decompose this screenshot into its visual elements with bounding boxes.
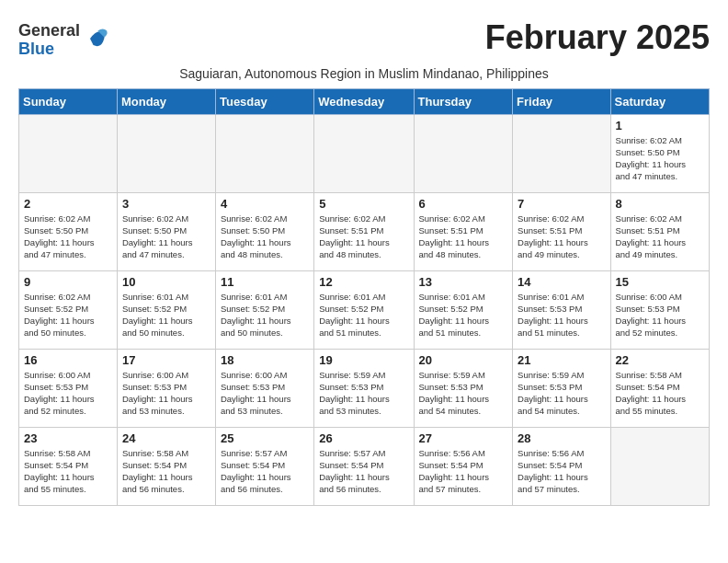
day-number: 19 [319,353,408,367]
calendar-week-row: 9Sunrise: 6:02 AM Sunset: 5:52 PM Daylig… [19,270,710,349]
calendar-day-cell: 19Sunrise: 5:59 AM Sunset: 5:53 PM Dayli… [314,349,414,427]
calendar-header-friday: Friday [513,88,610,114]
calendar-day-cell [414,114,513,192]
calendar-day-cell: 28Sunrise: 5:56 AM Sunset: 5:54 PM Dayli… [513,427,610,505]
calendar-day-cell: 14Sunrise: 6:01 AM Sunset: 5:53 PM Dayli… [513,270,610,349]
calendar-day-cell [513,114,610,192]
calendar-day-cell: 5Sunrise: 6:02 AM Sunset: 5:51 PM Daylig… [314,192,414,270]
calendar-header-monday: Monday [117,88,215,114]
day-number: 13 [419,275,508,289]
calendar-header-sunday: Sunday [19,88,118,114]
subtitle: Saguiaran, Autonomous Region in Muslim M… [18,66,710,81]
calendar-day-cell: 22Sunrise: 5:58 AM Sunset: 5:54 PM Dayli… [610,349,709,427]
day-number: 14 [518,275,605,289]
calendar-day-cell: 8Sunrise: 6:02 AM Sunset: 5:51 PM Daylig… [610,192,709,270]
logo-general: General [18,22,80,40]
calendar-week-row: 23Sunrise: 5:58 AM Sunset: 5:54 PM Dayli… [19,427,710,505]
calendar-day-cell: 13Sunrise: 6:01 AM Sunset: 5:52 PM Dayli… [414,270,513,349]
day-number: 3 [122,197,210,211]
calendar-day-cell: 25Sunrise: 5:57 AM Sunset: 5:54 PM Dayli… [215,427,313,505]
day-number: 12 [319,275,408,289]
calendar-day-cell: 11Sunrise: 6:01 AM Sunset: 5:52 PM Dayli… [215,270,313,349]
day-info: Sunrise: 5:56 AM Sunset: 5:54 PM Dayligh… [419,447,508,496]
calendar-day-cell: 23Sunrise: 5:58 AM Sunset: 5:54 PM Dayli… [19,427,118,505]
page-header: General Blue February 2025 [18,18,710,59]
logo: General Blue [18,22,109,59]
day-number: 20 [419,353,508,367]
day-info: Sunrise: 6:02 AM Sunset: 5:50 PM Dayligh… [122,213,210,261]
day-number: 1 [616,119,704,132]
calendar-week-row: 1Sunrise: 6:02 AM Sunset: 5:50 PM Daylig… [19,114,710,192]
day-number: 21 [518,353,605,367]
day-info: Sunrise: 6:00 AM Sunset: 5:53 PM Dayligh… [122,369,210,418]
day-number: 15 [616,275,704,289]
calendar-week-row: 2Sunrise: 6:02 AM Sunset: 5:50 PM Daylig… [19,192,710,270]
calendar-day-cell [314,114,414,192]
calendar-day-cell: 2Sunrise: 6:02 AM Sunset: 5:50 PM Daylig… [19,192,118,270]
calendar-header-saturday: Saturday [610,88,709,114]
day-info: Sunrise: 6:01 AM Sunset: 5:52 PM Dayligh… [122,291,210,339]
calendar-day-cell: 21Sunrise: 5:59 AM Sunset: 5:53 PM Dayli… [513,349,610,427]
calendar-day-cell: 10Sunrise: 6:01 AM Sunset: 5:52 PM Dayli… [117,270,215,349]
calendar-day-cell: 18Sunrise: 6:00 AM Sunset: 5:53 PM Dayli… [215,349,313,427]
day-number: 6 [419,197,508,211]
day-info: Sunrise: 6:01 AM Sunset: 5:53 PM Dayligh… [518,291,605,339]
calendar: SundayMondayTuesdayWednesdayThursdayFrid… [18,88,710,506]
day-info: Sunrise: 6:02 AM Sunset: 5:50 PM Dayligh… [24,213,112,261]
day-info: Sunrise: 5:58 AM Sunset: 5:54 PM Dayligh… [616,369,704,418]
calendar-day-cell: 1Sunrise: 6:02 AM Sunset: 5:50 PM Daylig… [610,114,709,192]
day-number: 25 [221,431,309,445]
calendar-header-tuesday: Tuesday [215,88,313,114]
day-info: Sunrise: 6:01 AM Sunset: 5:52 PM Dayligh… [221,291,309,339]
logo-blue: Blue [18,40,80,59]
day-number: 7 [518,197,605,211]
day-info: Sunrise: 6:02 AM Sunset: 5:51 PM Dayligh… [518,213,605,261]
day-number: 10 [122,275,210,289]
day-info: Sunrise: 6:02 AM Sunset: 5:51 PM Dayligh… [616,213,704,261]
day-info: Sunrise: 6:01 AM Sunset: 5:52 PM Dayligh… [419,291,508,339]
day-number: 11 [221,275,309,289]
day-info: Sunrise: 5:56 AM Sunset: 5:54 PM Dayligh… [518,447,605,496]
day-info: Sunrise: 5:59 AM Sunset: 5:53 PM Dayligh… [319,369,408,418]
day-info: Sunrise: 5:59 AM Sunset: 5:53 PM Dayligh… [419,369,508,418]
calendar-day-cell: 24Sunrise: 5:58 AM Sunset: 5:54 PM Dayli… [117,427,215,505]
calendar-day-cell: 16Sunrise: 6:00 AM Sunset: 5:53 PM Dayli… [19,349,118,427]
day-number: 5 [319,197,408,211]
day-info: Sunrise: 5:58 AM Sunset: 5:54 PM Dayligh… [24,447,112,496]
day-number: 27 [419,431,508,445]
calendar-day-cell: 12Sunrise: 6:01 AM Sunset: 5:52 PM Dayli… [314,270,414,349]
day-number: 24 [122,431,210,445]
day-number: 8 [616,197,704,211]
day-number: 9 [24,275,112,289]
title-block: February 2025 [485,18,710,57]
day-info: Sunrise: 6:01 AM Sunset: 5:52 PM Dayligh… [319,291,408,339]
month-title: February 2025 [485,18,710,57]
day-number: 22 [616,353,704,367]
day-info: Sunrise: 5:59 AM Sunset: 5:53 PM Dayligh… [518,369,605,418]
calendar-day-cell: 15Sunrise: 6:00 AM Sunset: 5:53 PM Dayli… [610,270,709,349]
day-info: Sunrise: 6:02 AM Sunset: 5:51 PM Dayligh… [419,213,508,261]
calendar-day-cell: 9Sunrise: 6:02 AM Sunset: 5:52 PM Daylig… [19,270,118,349]
day-number: 4 [221,197,309,211]
day-info: Sunrise: 5:57 AM Sunset: 5:54 PM Dayligh… [221,447,309,496]
calendar-day-cell: 17Sunrise: 6:00 AM Sunset: 5:53 PM Dayli… [117,349,215,427]
day-number: 2 [24,197,112,211]
calendar-day-cell [215,114,313,192]
day-number: 16 [24,353,112,367]
calendar-day-cell: 20Sunrise: 5:59 AM Sunset: 5:53 PM Dayli… [414,349,513,427]
day-info: Sunrise: 6:00 AM Sunset: 5:53 PM Dayligh… [221,369,309,418]
calendar-day-cell: 7Sunrise: 6:02 AM Sunset: 5:51 PM Daylig… [513,192,610,270]
day-info: Sunrise: 6:00 AM Sunset: 5:53 PM Dayligh… [24,369,112,418]
calendar-day-cell [610,427,709,505]
day-info: Sunrise: 6:02 AM Sunset: 5:51 PM Dayligh… [319,213,408,261]
day-number: 26 [319,431,408,445]
calendar-day-cell: 4Sunrise: 6:02 AM Sunset: 5:50 PM Daylig… [215,192,313,270]
day-number: 17 [122,353,210,367]
calendar-day-cell [19,114,118,192]
day-number: 23 [24,431,112,445]
calendar-week-row: 16Sunrise: 6:00 AM Sunset: 5:53 PM Dayli… [19,349,710,427]
day-info: Sunrise: 5:58 AM Sunset: 5:54 PM Dayligh… [122,447,210,496]
day-info: Sunrise: 6:02 AM Sunset: 5:52 PM Dayligh… [24,291,112,339]
day-info: Sunrise: 6:02 AM Sunset: 5:50 PM Dayligh… [221,213,309,261]
day-info: Sunrise: 6:02 AM Sunset: 5:50 PM Dayligh… [616,134,704,183]
